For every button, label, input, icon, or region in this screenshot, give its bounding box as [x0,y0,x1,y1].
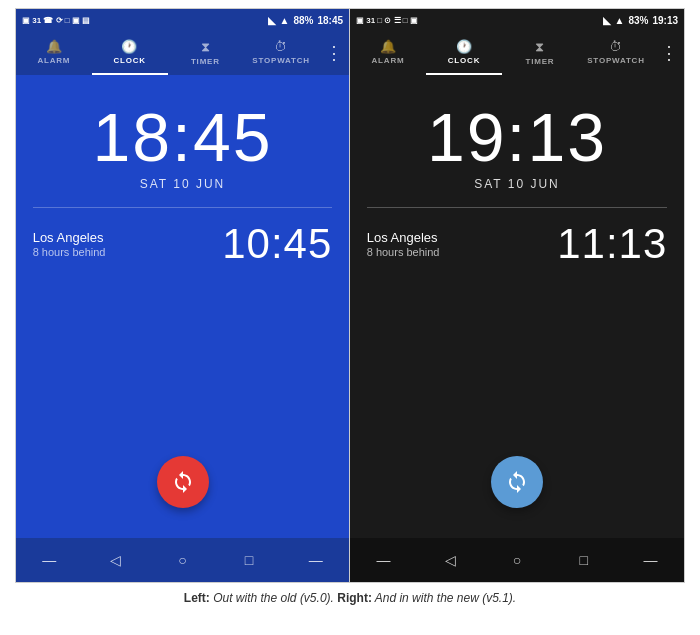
right-nav-back[interactable]: ◁ [417,552,484,568]
right-timer-icon: ⧗ [535,39,545,55]
right-status-bar: ▣ 31 □ ⊙ ☰ □ ▣ ◣ ▲ 83% 19:13 [350,9,684,31]
left-alarm-label: ALARM [37,56,70,65]
left-bottom-nav: — ◁ ○ □ — [16,538,349,582]
left-status-time: 18:45 [317,15,343,26]
right-status-time: 19:13 [652,15,678,26]
left-signal-icon: ◣ [268,15,276,26]
left-nav-home[interactable]: ○ [149,552,216,568]
right-fab-area [491,456,543,508]
right-timer-label: TIMER [526,57,555,66]
right-status-right: ◣ ▲ 83% 19:13 [603,15,679,26]
left-status-bar: ▣ 31 ☎ ⟳ □ ▣ ▤ ◣ ▲ 88% 18:45 [16,9,349,31]
right-nav-recents[interactable]: □ [550,552,617,568]
right-world-clock-info: Los Angeles 8 hours behind [367,230,440,258]
left-divider [33,207,333,208]
left-main-content: 18:45 SAT 10 JUN Los Angeles 8 hours beh… [16,75,349,538]
right-tab-clock[interactable]: 🕐 CLOCK [426,31,502,75]
left-alarm-icon: 🔔 [46,39,63,54]
right-tab-timer[interactable]: ⧗ TIMER [502,31,578,75]
left-main-time: 18:45 [92,103,272,171]
right-bottom-nav: — ◁ ○ □ — [350,538,684,582]
right-fab-button[interactable] [491,456,543,508]
right-stopwatch-icon: ⏱ [609,39,623,54]
caption-left-text: Out with the old (v5.0). [210,591,337,605]
left-more-menu[interactable]: ⋮ [319,42,349,64]
left-status-icons-text: ▣ 31 ☎ ⟳ □ ▣ ▤ [22,16,90,25]
left-status-icons: ▣ 31 ☎ ⟳ □ ▣ ▤ [22,16,90,25]
left-wifi-icon: ▲ [280,15,290,26]
left-world-city: Los Angeles [33,230,106,245]
left-fab-icon [171,470,195,494]
left-world-clock-row: Los Angeles 8 hours behind 10:45 [33,220,333,268]
left-timer-label: TIMER [191,57,220,66]
right-more-menu[interactable]: ⋮ [654,42,684,64]
right-main-content: 19:13 SAT 10 JUN Los Angeles 8 hours beh… [350,75,684,538]
right-nav-tabs: 🔔 ALARM 🕐 CLOCK ⧗ TIMER ⏱ STOPWATCH ⋮ [350,31,684,75]
right-world-time: 11:13 [557,220,667,268]
left-battery-pct: 88% [293,15,313,26]
caption: Left: Out with the old (v5.0). Right: An… [10,591,690,605]
right-nav-home[interactable]: ○ [484,552,551,568]
caption-right-label: Right: [337,591,372,605]
right-divider [367,207,668,208]
right-clock-label: CLOCK [448,56,480,65]
right-world-clock-row: Los Angeles 8 hours behind 11:13 [367,220,668,268]
right-clock-icon: 🕐 [456,39,473,54]
right-alarm-icon: 🔔 [380,39,397,54]
left-phone-frame: ▣ 31 ☎ ⟳ □ ▣ ▤ ◣ ▲ 88% 18:45 🔔 ALARM 🕐 C… [15,8,350,583]
right-world-behind: 8 hours behind [367,246,440,258]
left-tab-timer[interactable]: ⧗ TIMER [168,31,244,75]
right-battery-pct: 83% [628,15,648,26]
right-stopwatch-label: STOPWATCH [587,56,645,65]
left-stopwatch-label: STOPWATCH [252,56,310,65]
left-nav-dash-left: — [16,552,83,568]
left-world-behind: 8 hours behind [33,246,106,258]
left-fab-area [157,456,209,508]
right-phone-frame: ▣ 31 □ ⊙ ☰ □ ▣ ◣ ▲ 83% 19:13 🔔 ALARM 🕐 C… [350,8,685,583]
caption-right-text: And in with the new (v5.1). [372,591,516,605]
right-nav-dash-right: — [617,552,684,568]
right-status-icons: ▣ 31 □ ⊙ ☰ □ ▣ [356,16,418,25]
left-clock-label: CLOCK [113,56,145,65]
left-tab-alarm[interactable]: 🔔 ALARM [16,31,92,75]
right-wifi-icon: ▲ [615,15,625,26]
right-fab-icon [505,470,529,494]
left-nav-back[interactable]: ◁ [83,552,150,568]
right-tab-stopwatch[interactable]: ⏱ STOPWATCH [578,31,654,75]
left-tab-clock[interactable]: 🕐 CLOCK [92,31,168,75]
right-alarm-label: ALARM [372,56,405,65]
right-status-icons-text: ▣ 31 □ ⊙ ☰ □ ▣ [356,16,418,25]
caption-left-label: Left: [184,591,210,605]
left-clock-icon: 🕐 [121,39,138,54]
left-timer-icon: ⧗ [201,39,211,55]
left-nav-tabs: 🔔 ALARM 🕐 CLOCK ⧗ TIMER ⏱ STOPWATCH ⋮ [16,31,349,75]
screenshots-row: ▣ 31 ☎ ⟳ □ ▣ ▤ ◣ ▲ 88% 18:45 🔔 ALARM 🕐 C… [0,0,700,583]
right-nav-dash-left: — [350,552,417,568]
left-nav-recents[interactable]: □ [216,552,283,568]
left-stopwatch-icon: ⏱ [274,39,288,54]
left-nav-dash-right: — [282,552,349,568]
left-world-clock-info: Los Angeles 8 hours behind [33,230,106,258]
right-tab-alarm[interactable]: 🔔 ALARM [350,31,426,75]
right-signal-icon: ◣ [603,15,611,26]
left-tab-stopwatch[interactable]: ⏱ STOPWATCH [243,31,319,75]
left-date-label: SAT 10 JUN [140,177,226,191]
left-fab-button[interactable] [157,456,209,508]
right-main-time: 19:13 [427,103,607,171]
right-world-city: Los Angeles [367,230,440,245]
left-status-right: ◣ ▲ 88% 18:45 [268,15,344,26]
left-world-time: 10:45 [222,220,332,268]
right-date-label: SAT 10 JUN [474,177,560,191]
